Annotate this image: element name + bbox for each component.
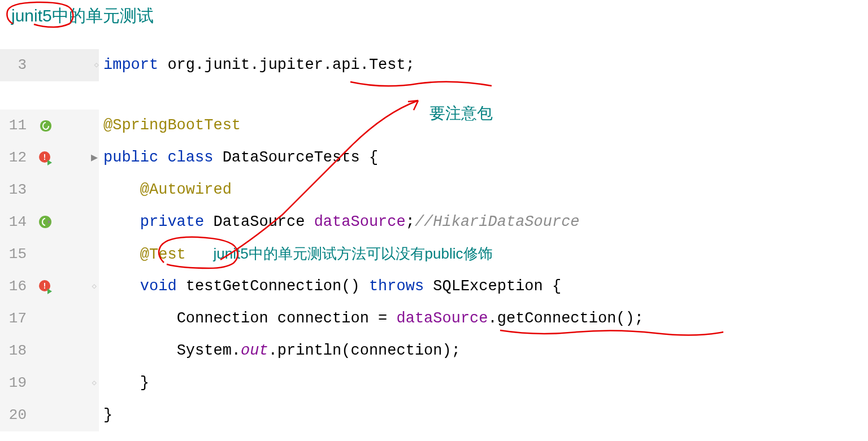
keyword-class: class [158, 149, 213, 166]
bean-nav-icon[interactable] [38, 215, 54, 230]
code-line-17[interactable]: 17 Connection connection = dataSource.ge… [0, 303, 868, 335]
fold-icon[interactable]: ◇ [92, 270, 97, 303]
run-marker-icon[interactable]: ▶ [91, 142, 98, 174]
code-content[interactable]: } [99, 367, 149, 399]
brace: } [140, 374, 149, 391]
semicolon: ; [406, 213, 415, 230]
run-test-icon[interactable]: ! [38, 279, 54, 295]
code-content[interactable]: void testGetConnection() throws SQLExcep… [99, 270, 561, 303]
type-name: DataSource [204, 213, 314, 230]
code-text: .println(connection); [268, 342, 461, 359]
svg-text:!: ! [42, 153, 47, 162]
class-name: Test [369, 56, 406, 73]
line-number: 14 [0, 206, 31, 238]
code-content[interactable]: @Test junit5中的单元测试方法可以没有public修饰 [99, 238, 493, 271]
gutter[interactable]: 3 ◇ [0, 49, 99, 81]
line-number: 3 [0, 49, 31, 81]
code-content[interactable]: private DataSource dataSource;//HikariDa… [99, 206, 580, 238]
line-number: 16 [0, 270, 31, 303]
line-number: 15 [0, 238, 31, 270]
gutter[interactable]: 20 [0, 399, 99, 431]
keyword-public: public [103, 149, 158, 166]
code-content[interactable]: System.out.println(connection); [99, 335, 461, 367]
note-junit5-public: junit5中的单元测试方法可以没有public修饰 [213, 245, 492, 262]
line-number: 13 [0, 174, 31, 206]
gutter[interactable]: 12 ! ▶ [0, 142, 99, 174]
brace: { [552, 278, 561, 295]
gutter[interactable]: 13 [0, 174, 99, 206]
gutter[interactable]: 19 ◇ [0, 367, 99, 399]
annotation-springboottest: @SpringBootTest [103, 117, 241, 134]
code-line-14[interactable]: 14 private DataSource dataSource;//Hikar… [0, 206, 868, 238]
code-line-11[interactable]: 11 @SpringBootTest [0, 110, 868, 142]
annotation-autowired: @Autowired [140, 181, 232, 198]
run-test-icon[interactable]: ! [38, 150, 54, 166]
brace: { [369, 149, 378, 166]
brace: } [103, 407, 112, 423]
code-text: Connection connection = [177, 310, 397, 327]
class-name: DataSourceTests [213, 149, 368, 166]
code-line-13[interactable]: 13 @Autowired [0, 174, 868, 206]
gutter[interactable]: 17 [0, 303, 99, 335]
code-editor[interactable]: 3 ◇ import org.junit.jupiter.api.Test; 1… [0, 49, 868, 431]
static-field-out: out [241, 342, 268, 359]
expand-icon[interactable]: ◇ [94, 49, 99, 81]
line-number: 12 [0, 142, 31, 174]
code-text: System. [177, 342, 241, 359]
gutter[interactable]: 18 [0, 335, 99, 367]
field-ref: dataSource [397, 310, 488, 327]
code-line-15[interactable]: 15 @Test junit5中的单元测试方法可以没有public修饰 [0, 238, 868, 270]
gutter[interactable]: 11 [0, 110, 99, 142]
exception-name: SQLException [424, 278, 552, 295]
code-line-20[interactable]: 20 } [0, 399, 868, 431]
keyword-import: import [103, 56, 158, 73]
fold-icon[interactable]: ◇ [92, 367, 97, 399]
line-number: 11 [0, 110, 31, 142]
svg-text:!: ! [42, 282, 47, 291]
gutter[interactable]: 16 ! ◇ [0, 270, 99, 303]
title-section: junit5中的单元测试 [0, 0, 868, 32]
semicolon: ; [406, 56, 415, 73]
line-number: 20 [0, 399, 31, 431]
keyword-throws: throws [369, 278, 424, 295]
code-content[interactable]: import org.junit.jupiter.api.Test; [99, 49, 415, 81]
code-content[interactable]: @SpringBootTest [99, 110, 241, 142]
gutter[interactable]: 14 [0, 206, 99, 238]
code-text: .getConnection(); [488, 310, 644, 327]
code-content[interactable]: } [99, 399, 112, 431]
gutter[interactable]: 15 [0, 238, 99, 270]
code-line-18[interactable]: 18 System.out.println(connection); [0, 335, 868, 367]
line-number: 17 [0, 303, 31, 335]
spring-leaf-icon[interactable] [38, 118, 54, 134]
method-name: testGetConnection() [177, 278, 369, 295]
code-content[interactable]: public class DataSourceTests { [99, 142, 378, 174]
hand-circle-title [3, 0, 76, 29]
keyword-void: void [140, 278, 177, 295]
field-name: dataSource [314, 213, 406, 230]
code-line-16[interactable]: 16 ! ◇ void testGetConnection() throws S… [0, 270, 868, 303]
line-number: 19 [0, 367, 31, 399]
code-line-3[interactable]: 3 ◇ import org.junit.jupiter.api.Test; [0, 49, 868, 81]
annotation-test: @Test [140, 246, 186, 263]
package-path: org.junit.jupiter.api. [158, 56, 369, 73]
keyword-private: private [140, 213, 204, 230]
line-number: 18 [0, 335, 31, 367]
code-content[interactable]: @Autowired [99, 174, 232, 206]
code-line-19[interactable]: 19 ◇ } [0, 367, 868, 399]
code-line-12[interactable]: 12 ! ▶ public class DataSourceTests { [0, 142, 868, 174]
comment: //HikariDataSource [415, 213, 580, 230]
code-content[interactable]: Connection connection = dataSource.getCo… [99, 303, 644, 335]
